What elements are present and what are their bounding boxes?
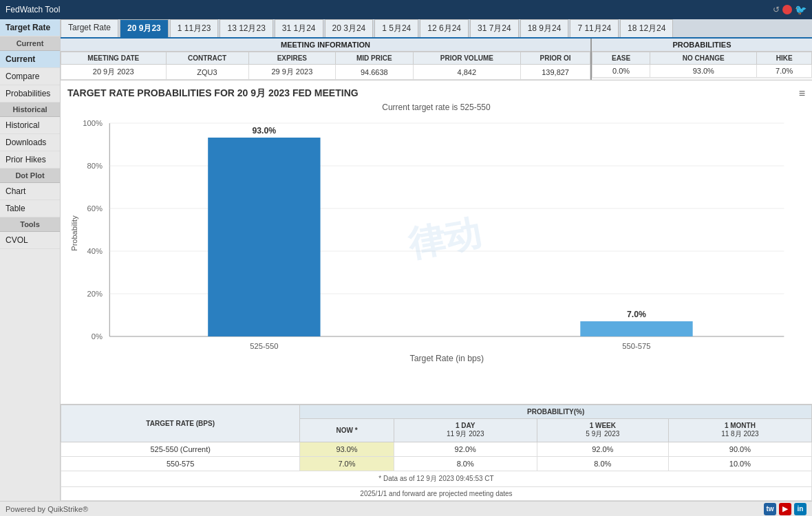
tab-nov-23[interactable]: 1 11月23 — [170, 19, 219, 37]
th-ease: EASE — [592, 52, 650, 65]
probabilities-title: PROBABILITIES — [592, 39, 812, 52]
tab-jan-24[interactable]: 31 1月24 — [275, 19, 323, 37]
tab-mar-24[interactable]: 20 3月24 — [325, 19, 374, 37]
app-title: FedWatch Tool — [6, 5, 60, 14]
tab-jun-24[interactable]: 12 6月24 — [420, 19, 469, 37]
svg-text:Target Rate (in bps): Target Rate (in bps) — [410, 354, 484, 363]
sidebar-item-cvol[interactable]: CVOL — [0, 232, 60, 249]
svg-text:60%: 60% — [87, 204, 103, 213]
td-expires: 29 9月 2023 — [248, 65, 336, 80]
th-probability-header: PROBABILITY(%) — [300, 405, 812, 419]
sidebar-item-chart[interactable]: Chart — [0, 183, 60, 200]
note-text: * Data as of 12 9月 2023 09:45:53 CT — [61, 471, 812, 487]
content-area: Target Rate 20 9月23 1 11月23 13 12月23 31 … — [61, 19, 812, 501]
th-mid-price: MID PRICE — [336, 52, 413, 65]
tab-dec-24[interactable]: 18 12月24 — [620, 19, 673, 37]
td-1week-525-550: 92.0% — [537, 442, 668, 457]
table-row-525-550: 525-550 (Current) 93.0% 92.0% 92.0% 90.0… — [61, 442, 812, 457]
th-now: NOW * — [300, 419, 394, 442]
sidebar-item-probabilities[interactable]: Probabilities — [0, 85, 60, 103]
note2-text: 2025/1/1 and forward are projected meeti… — [61, 487, 812, 501]
sidebar-item-target-rate[interactable]: Target Rate — [0, 19, 60, 36]
refresh-icon[interactable]: ↺ — [773, 5, 780, 14]
td-1day-525-550: 92.0% — [394, 442, 537, 457]
twitter-icon[interactable]: 🐦 — [795, 4, 806, 15]
sidebar-item-table[interactable]: Table — [0, 200, 60, 217]
td-contract: ZQU3 — [166, 65, 248, 80]
sidebar-tools-header: Tools — [0, 217, 60, 232]
tab-sep-24[interactable]: 18 9月24 — [520, 19, 569, 37]
footer: Powered by QuikStrike® tw ▶ in — [0, 501, 812, 516]
td-prior-oi: 139,827 — [521, 65, 590, 80]
svg-text:40%: 40% — [87, 247, 103, 255]
sidebar-item-prior-hikes[interactable]: Prior Hikes — [0, 151, 60, 169]
sidebar-section-current: Current Current Compare Probabilities — [0, 36, 60, 103]
tab-sep-23[interactable]: 20 9月23 — [120, 19, 169, 37]
chart-subtitle: Current target rate is 525-550 — [67, 103, 805, 112]
tab-bar: Target Rate 20 9月23 1 11月23 13 12月23 31 … — [61, 19, 812, 39]
td-prior-volume: 4,842 — [413, 65, 521, 80]
probabilities-wrapper: PROBABILITIES EASE NO CHANGE HIKE 0.0% 9… — [592, 39, 812, 80]
td-1day-550-575: 8.0% — [394, 457, 537, 471]
svg-text:0%: 0% — [92, 332, 103, 341]
svg-text:7.0%: 7.0% — [627, 310, 646, 319]
sidebar-current-header: Current — [0, 36, 60, 51]
sidebar-item-compare[interactable]: Compare — [0, 68, 60, 85]
td-rate-550-575: 550-575 — [61, 457, 300, 471]
th-hike: HIKE — [757, 52, 812, 65]
td-rate-525-550: 525-550 (Current) — [61, 442, 300, 457]
footer-twitter-icon[interactable]: tw — [764, 503, 776, 515]
td-1month-525-550: 90.0% — [668, 442, 811, 457]
th-1month: 1 MONTH11 8月 2023 — [668, 419, 811, 442]
sidebar-historical-header: Historical — [0, 103, 60, 117]
tab-dec-23[interactable]: 13 12月23 — [220, 19, 273, 37]
td-1month-550-575: 10.0% — [668, 457, 811, 471]
probabilities-row: 0.0% 93.0% 7.0% — [592, 65, 812, 78]
svg-text:100%: 100% — [83, 119, 103, 127]
tab-may-24[interactable]: 1 5月24 — [374, 19, 418, 37]
sidebar-item-current[interactable]: Current — [0, 51, 60, 68]
sidebar-section-historical: Historical Historical Downloads Prior Hi… — [0, 103, 60, 169]
meeting-info-wrapper: MEETING INFORMATION MEETING DATE CONTRAC… — [61, 39, 592, 80]
footer-icons: tw ▶ in — [764, 503, 806, 515]
bar-chart-svg: 100% 80% 60% 40% 20% 0% — [67, 116, 805, 364]
th-1week: 1 WEEK5 9月 2023 — [537, 419, 668, 442]
bottom-probability-table: TARGET RATE (BPS) PROBABILITY(%) NOW * 1… — [61, 405, 812, 501]
sidebar-section-tools: Tools CVOL — [0, 217, 60, 249]
tab-nov-24[interactable]: 7 11月24 — [570, 19, 619, 37]
bar-550-575 — [580, 321, 692, 336]
main-layout: Target Rate Current Current Compare Prob… — [0, 19, 812, 501]
tab-jul-24[interactable]: 31 7月24 — [470, 19, 519, 37]
footer-linkedin-icon[interactable]: in — [794, 503, 806, 515]
sidebar-item-historical[interactable]: Historical — [0, 117, 60, 134]
th-meeting-date: MEETING DATE — [61, 52, 167, 65]
note2-row: 2025/1/1 and forward are projected meeti… — [61, 487, 812, 501]
chart-area: TARGET RATE PROBABILITIES FOR 20 9月 2023… — [61, 80, 812, 404]
th-no-change: NO CHANGE — [650, 52, 757, 65]
footer-youtube-icon[interactable]: ▶ — [779, 503, 791, 515]
tab-target-rate[interactable]: Target Rate — [61, 19, 118, 37]
td-meeting-date: 20 9月 2023 — [61, 65, 167, 80]
th-target-rate-bps: TARGET RATE (BPS) — [61, 405, 300, 442]
note-row: * Data as of 12 9月 2023 09:45:53 CT — [61, 471, 812, 487]
close-icon[interactable] — [782, 5, 792, 14]
svg-text:律动: 律动 — [404, 212, 484, 264]
td-now-550-575: 7.0% — [300, 457, 394, 471]
table-row-550-575: 550-575 7.0% 8.0% 8.0% 10.0% — [61, 457, 812, 471]
hamburger-menu-icon[interactable]: ≡ — [799, 87, 805, 100]
chart-title: TARGET RATE PROBABILITIES FOR 20 9月 2023… — [67, 87, 805, 100]
th-prior-volume: PRIOR VOLUME — [413, 52, 521, 65]
sidebar-item-downloads[interactable]: Downloads — [0, 134, 60, 151]
topbar-icons: ↺ 🐦 — [773, 4, 806, 15]
svg-text:550-575: 550-575 — [622, 342, 650, 350]
svg-text:Probability: Probability — [70, 215, 78, 251]
sidebar-dot-plot-header: Dot Plot — [0, 169, 60, 183]
footer-text: Powered by QuikStrike® — [6, 505, 88, 513]
svg-text:93.0%: 93.0% — [253, 126, 277, 136]
th-expires: EXPIRES — [248, 52, 336, 65]
td-mid-price: 94.6638 — [336, 65, 413, 80]
th-contract: CONTRACT — [166, 52, 248, 65]
probabilities-table: EASE NO CHANGE HIKE 0.0% 93.0% 7.0% — [592, 52, 812, 78]
svg-text:20%: 20% — [87, 290, 103, 298]
meeting-info-row: 20 9月 2023 ZQU3 29 9月 2023 94.6638 4,842… — [61, 65, 590, 80]
